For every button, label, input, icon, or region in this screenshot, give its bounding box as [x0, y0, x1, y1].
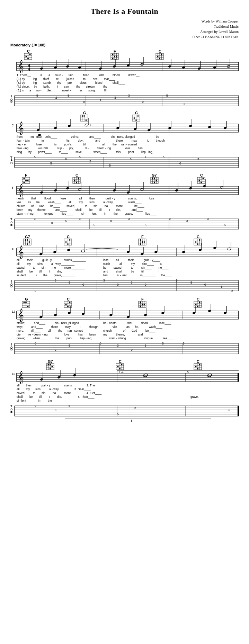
svg-text:3: 3 [131, 281, 133, 284]
svg-point-432 [144, 241, 145, 243]
svg-point-165 [36, 129, 39, 132]
svg-point-587 [195, 304, 197, 305]
svg-text:1. There__: 1. There__ [17, 73, 31, 77]
svg-text:die,________: die,________ [57, 270, 75, 273]
svg-text:I,: I, [147, 139, 149, 142]
svg-point-421 [65, 241, 67, 243]
svg-text:stains,________: stains,________ [64, 258, 86, 262]
svg-point-20 [116, 56, 117, 57]
svg-text:2: 2 [184, 102, 185, 106]
svg-text:saved,: saved, [17, 266, 25, 269]
svg-text:sin: sin [94, 204, 97, 208]
svg-text:been: been [17, 208, 23, 212]
svg-text:C: C [200, 173, 203, 177]
svg-text:𝄞: 𝄞 [17, 245, 24, 259]
svg-text:blood: blood [113, 73, 120, 77]
svg-text:5: 5 [221, 285, 223, 288]
svg-text:F: F [114, 49, 116, 53]
svg-text:ing: ing [33, 81, 37, 84]
svg-point-422 [67, 243, 69, 245]
svg-text:C: C [197, 359, 199, 364]
svg-text:ran - somed: ran - somed [121, 143, 137, 146]
svg-text:C: C [159, 49, 161, 53]
svg-text:3: 3 [79, 217, 81, 221]
svg-text:see: see [93, 77, 98, 81]
svg-point-586 [199, 302, 201, 303]
page-title: There Is a Fountain [10, 7, 239, 16]
svg-text:2: 2 [89, 160, 91, 163]
svg-text:till____: till____ [31, 329, 41, 332]
svg-text:𝄞: 𝄞 [17, 184, 24, 197]
svg-text:Moderately (♩= 108): Moderately (♩= 108) [10, 43, 46, 47]
svg-text:0: 0 [100, 342, 101, 345]
svg-point-599 [39, 316, 42, 319]
svg-point-611 [144, 314, 147, 316]
staff-lines-5: 𝄞 [17, 304, 239, 322]
svg-point-735 [57, 376, 60, 379]
svg-text:0: 0 [51, 221, 53, 225]
svg-text:2. The____: 2. The____ [87, 384, 101, 387]
svg-text:5: 5 [79, 155, 81, 159]
svg-text:2: 2 [55, 348, 56, 351]
svg-point-557 [27, 306, 29, 307]
svg-text:0: 0 [204, 283, 206, 286]
svg-text:I,: I, [80, 325, 81, 329]
svg-text:0: 0 [65, 158, 67, 161]
svg-text:wash____: wash____ [47, 200, 61, 204]
svg-text:sin - ners, plunged: sin - ners, plunged [55, 321, 79, 325]
svg-text:5. Then____: 5. Then____ [78, 395, 95, 399]
svg-text:flow - ing: flow - ing [17, 146, 28, 150]
svg-point-706 [119, 368, 121, 369]
staff-lines-4: 𝄞 [17, 241, 239, 259]
svg-text:he,: he, [36, 200, 41, 204]
svg-text:sing: sing [17, 150, 22, 154]
svg-text:C: C [67, 297, 70, 301]
svg-text:all: all [102, 143, 105, 146]
svg-text:to: to [33, 391, 35, 395]
svg-text:0: 0 [142, 100, 144, 104]
svg-text:5: 5 [65, 219, 67, 223]
svg-text:a - way,: a - way, [103, 200, 113, 204]
svg-text:that____: that____ [104, 77, 115, 81]
svg-text:5: 5 [224, 223, 226, 227]
svg-text:be____: be____ [50, 204, 60, 208]
svg-text:I: I [57, 85, 58, 88]
svg-point-443 [197, 243, 198, 245]
svg-text:lies____: lies____ [145, 212, 157, 215]
svg-text:though: though [89, 325, 98, 329]
svg-text:C: C [67, 235, 70, 239]
svg-point-321 [175, 189, 178, 192]
svg-text:9: 9 [12, 248, 14, 251]
svg-text:and____: and____ [132, 208, 143, 212]
svg-text:stains;: stains; [17, 321, 25, 325]
svg-text:sup -: sup - [57, 146, 64, 150]
svg-text:the: the [76, 85, 80, 88]
svg-text:all: all [17, 384, 20, 387]
svg-point-430 [140, 239, 141, 241]
svg-text:guilt - y: guilt - y [106, 197, 115, 200]
svg-point-295 [199, 180, 200, 181]
svg-text:I'll____: I'll____ [104, 89, 113, 92]
svg-text:(4.) since,: (4.) since, [17, 85, 29, 88]
svg-point-716 [197, 368, 198, 369]
svg-text:the: the [48, 399, 52, 402]
svg-text:sin: sin [42, 266, 45, 269]
svg-text:that: that [31, 197, 36, 200]
arranged-credit: Arranged by Lowell Mason [10, 29, 239, 34]
svg-text:stains.: stains. [64, 384, 73, 387]
svg-text:15: 15 [12, 372, 15, 376]
svg-text:0: 0 [131, 348, 133, 351]
svg-text:5: 5 [109, 164, 111, 167]
svg-point-21 [112, 58, 114, 59]
svg-text:the____: the____ [161, 274, 172, 277]
svg-text:be: be [103, 266, 107, 269]
svg-text:die;: die; [17, 333, 21, 336]
svg-text:no: no [105, 204, 108, 208]
svg-point-433 [140, 243, 141, 245]
svg-text:0: 0 [145, 283, 146, 286]
svg-text:0: 0 [179, 162, 181, 165]
svg-text:grave,________: grave,________ [54, 274, 75, 277]
svg-point-410 [27, 239, 28, 241]
svg-text:be____: be____ [145, 329, 155, 332]
svg-text:guilt - y____: guilt - y____ [144, 258, 160, 262]
